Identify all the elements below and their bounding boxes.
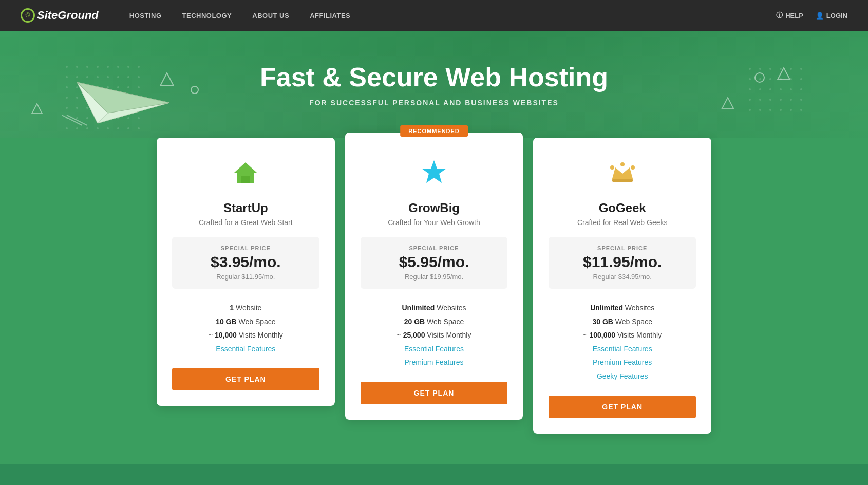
- svg-point-101: [759, 109, 761, 111]
- startup-feature-space: 10 GB Web Space: [172, 315, 319, 329]
- gogeek-price-label: SPECIAL PRICE: [557, 245, 688, 251]
- gogeek-cta[interactable]: GET PLAN: [549, 396, 696, 418]
- svg-point-104: [790, 109, 792, 111]
- growbig-price: $5.95/mo.: [369, 253, 500, 271]
- gogeek-essential-link[interactable]: Essential Features: [549, 342, 696, 356]
- gogeek-premium-link[interactable]: Premium Features: [549, 356, 696, 369]
- gogeek-feature-visits: ~ 100,000 Visits Monthly: [549, 328, 696, 342]
- svg-point-100: [749, 109, 751, 111]
- hero-title: Fast & Secure Web Hosting: [21, 62, 847, 92]
- nav-right: ⓘ HELP 👤 LOGIN: [776, 11, 847, 20]
- nav-about[interactable]: ABOUT US: [252, 12, 289, 20]
- growbig-regular: Regular $19.95/mo.: [369, 273, 500, 281]
- startup-features: 1 Website 10 GB Web Space ~ 10,000 Visit…: [172, 301, 319, 356]
- logo-text: SiteGround: [37, 9, 99, 22]
- svg-rect-110: [241, 176, 250, 183]
- svg-rect-113: [612, 179, 633, 182]
- growbig-price-label: SPECIAL PRICE: [369, 245, 500, 251]
- growbig-feature-visits: ~ 25,000 Visits Monthly: [361, 328, 508, 342]
- startup-cta[interactable]: GET PLAN: [172, 368, 319, 390]
- help-label: HELP: [785, 12, 803, 20]
- svg-point-102: [769, 109, 771, 111]
- svg-point-116: [631, 165, 635, 170]
- nav-hosting[interactable]: HOSTING: [129, 12, 162, 20]
- gogeek-icon: [549, 158, 696, 193]
- logo[interactable]: © SiteGround: [21, 8, 99, 23]
- login-link[interactable]: 👤 LOGIN: [816, 12, 847, 20]
- startup-icon: [172, 158, 319, 193]
- startup-price-label: SPECIAL PRICE: [180, 245, 311, 251]
- gogeek-regular: Regular $34.95/mo.: [557, 273, 688, 281]
- svg-point-32: [66, 107, 68, 109]
- help-icon: ⓘ: [776, 11, 783, 20]
- gogeek-feature-websites: Unlimited Websites: [549, 301, 696, 315]
- login-label: LOGIN: [826, 12, 847, 20]
- plan-card-growbig: RECOMMENDED GrowBig Crafted for Your Web…: [345, 133, 523, 420]
- startup-feature-websites: 1 Website: [172, 301, 319, 315]
- growbig-price-box: SPECIAL PRICE $5.95/mo. Regular $19.95/m…: [361, 237, 508, 289]
- plan-card-startup: StartUp Crafted for a Great Web Start SP…: [157, 138, 335, 406]
- growbig-cta[interactable]: GET PLAN: [361, 382, 508, 404]
- growbig-tagline: Crafted for Your Web Growth: [361, 218, 508, 227]
- navigation: © SiteGround HOSTING TECHNOLOGY ABOUT US…: [0, 0, 868, 31]
- plan-card-gogeek: GoGeek Crafted for Real Web Geeks SPECIA…: [533, 138, 711, 434]
- pricing-section: StartUp Crafted for a Great Web Start SP…: [0, 138, 868, 464]
- svg-marker-111: [422, 160, 446, 183]
- help-link[interactable]: ⓘ HELP: [776, 11, 803, 20]
- nav-links: HOSTING TECHNOLOGY ABOUT US AFFILIATES: [129, 12, 776, 20]
- gogeek-name: GoGeek: [549, 201, 696, 215]
- svg-marker-112: [612, 167, 633, 179]
- gogeek-geeky-link[interactable]: Geeky Features: [549, 369, 696, 383]
- recommended-badge: RECOMMENDED: [400, 125, 468, 137]
- gogeek-feature-space: 30 GB Web Space: [549, 315, 696, 329]
- growbig-name: GrowBig: [361, 201, 508, 215]
- startup-name: StartUp: [172, 201, 319, 215]
- login-icon: 👤: [816, 12, 824, 20]
- gogeek-tagline: Crafted for Real Web Geeks: [549, 218, 696, 227]
- gogeek-price: $11.95/mo.: [557, 253, 688, 271]
- startup-feature-visits: ~ 10,000 Visits Monthly: [172, 328, 319, 342]
- svg-point-103: [780, 109, 782, 111]
- svg-point-114: [610, 165, 614, 170]
- startup-tagline: Crafted for a Great Web Start: [172, 218, 319, 227]
- growbig-features: Unlimited Websites 20 GB Web Space ~ 25,…: [361, 301, 508, 369]
- pricing-cards: StartUp Crafted for a Great Web Start SP…: [152, 138, 716, 434]
- svg-point-105: [800, 109, 802, 111]
- startup-price: $3.95/mo.: [180, 253, 311, 271]
- growbig-icon: [361, 158, 508, 193]
- growbig-feature-space: 20 GB Web Space: [361, 315, 508, 329]
- gogeek-features: Unlimited Websites 30 GB Web Space ~ 100…: [549, 301, 696, 383]
- growbig-feature-websites: Unlimited Websites: [361, 301, 508, 315]
- logo-icon: ©: [21, 8, 35, 23]
- startup-essential-link[interactable]: Essential Features: [172, 342, 319, 356]
- startup-regular: Regular $11.95/mo.: [180, 273, 311, 281]
- gogeek-price-box: SPECIAL PRICE $11.95/mo. Regular $34.95/…: [549, 237, 696, 289]
- startup-price-box: SPECIAL PRICE $3.95/mo. Regular $11.95/m…: [172, 237, 319, 289]
- growbig-premium-link[interactable]: Premium Features: [361, 356, 508, 369]
- hero-subtitle: FOR SUCCESSFUL PERSONAL AND BUSINESS WEB…: [21, 99, 847, 107]
- nav-technology[interactable]: TECHNOLOGY: [182, 12, 232, 20]
- svg-point-115: [620, 162, 625, 166]
- growbig-essential-link[interactable]: Essential Features: [361, 342, 508, 356]
- nav-affiliates[interactable]: AFFILIATES: [310, 12, 350, 20]
